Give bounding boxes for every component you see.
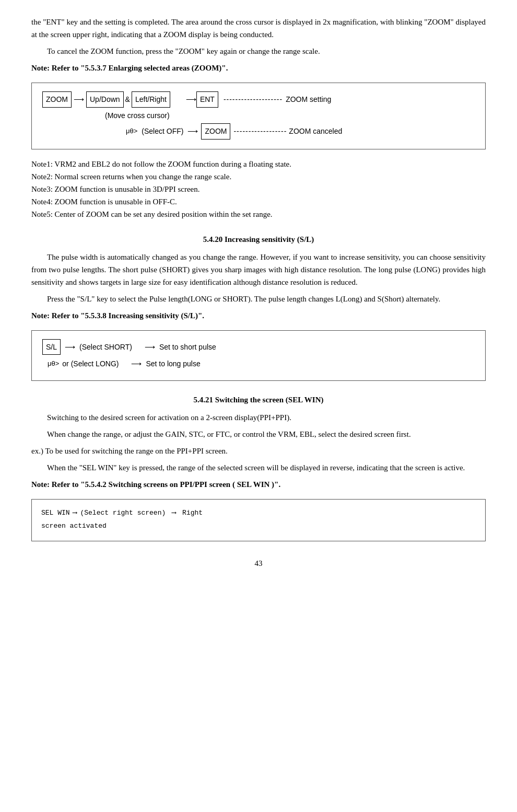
- sl-label-2: or (Select LONG): [62, 357, 119, 371]
- zoom-dashes-1: --------------------: [224, 92, 283, 107]
- arrow-1: ⟶: [74, 92, 84, 107]
- sl-arrow-2: ⟶: [145, 340, 155, 354]
- ent-key: ENT: [196, 91, 218, 108]
- section-5421-heading: 5.4.21 Switching the screen (SEL WIN): [31, 393, 486, 406]
- intro-paragraph-1: the "ENT" key and the setting is complet…: [31, 16, 486, 41]
- section-5420-note: Note: Refer to "5.5.3.8 Increasing sensi…: [31, 309, 486, 322]
- sl-mu-theta: μθ>: [48, 357, 59, 370]
- zoom-sub2: (Select OFF): [142, 124, 183, 138]
- zoom-note-2: Note2: Normal screen returns when you ch…: [31, 170, 486, 183]
- section-5420: 5.4.20 Increasing sensitivity (S/L) The …: [31, 233, 486, 381]
- sl-diagram: S/L ⟶ (Select SHORT) ⟶ Set to short puls…: [31, 330, 486, 381]
- arrow-2: ⟶: [186, 92, 196, 107]
- sl-desc-2: Set to long pulse: [146, 357, 200, 371]
- zoom-note-3: Note3: ZOOM function is unusable in 3D/P…: [31, 183, 486, 195]
- section-5421-para2: When change the range, or adjust the GAI…: [31, 428, 486, 440]
- arrow-3: ⟶: [187, 124, 198, 138]
- zoom-note-4: Note4: ZOOM function is unusable in OFF-…: [31, 195, 486, 208]
- zoom-key: ZOOM: [42, 91, 72, 108]
- selwin-arrow-2: ⟶: [172, 507, 176, 519]
- selwin-desc-1: Right: [182, 507, 203, 519]
- zoom-key-3: ZOOM: [201, 123, 230, 140]
- selwin-arrow-1: ⟶: [73, 507, 77, 519]
- zoom-desc-2: ZOOM canceled: [289, 124, 342, 138]
- intro-paragraph-2: To cancel the ZOOM function, press the "…: [31, 45, 486, 57]
- section-5421-para3: ex.) To be used for switching the range …: [31, 445, 486, 457]
- sl-key: S/L: [42, 339, 61, 355]
- zoom-notes: Note1: VRM2 and EBL2 do not follow the Z…: [31, 158, 486, 221]
- intro-note: Note: Refer to "5.5.3.7 Enlarging select…: [31, 62, 486, 74]
- updown-key: Up/Down: [86, 91, 124, 108]
- zoom-diagram: ZOOM ⟶ Up/Down & Left/Right ⟶ ENT ------…: [31, 83, 486, 149]
- mu-theta-zoom: μθ>: [126, 125, 137, 138]
- section-5421-note: Note: Refer to "5.5.4.2 Switching screen…: [31, 478, 486, 491]
- zoom-dashes-2: ------------------: [233, 124, 287, 138]
- zoom-note-1: Note1: VRM2 and EBL2 do not follow the Z…: [31, 158, 486, 170]
- sl-arrow-1: ⟶: [65, 340, 75, 354]
- selwin-diagram: SEL WIN ⟶ (Select right screen) ⟶ Right …: [31, 499, 486, 541]
- page-number: 43: [31, 557, 486, 570]
- sl-arrow-3: ⟶: [131, 357, 142, 371]
- section-5421-para1: Switching to the desired screen for acti…: [31, 411, 486, 424]
- section-5420-para2: Press the "S/L" key to select the Pulse …: [31, 293, 486, 305]
- zoom-sub1: (Move cross cursor): [105, 109, 170, 123]
- zoom-desc-1: ZOOM setting: [286, 92, 331, 107]
- selwin-label-1: (Select right screen): [80, 507, 166, 519]
- selwin-key: SEL WIN: [41, 507, 70, 519]
- section-5421-para4: When the "SEL WIN" key is pressed, the r…: [31, 461, 486, 474]
- sl-label-1: (Select SHORT): [79, 340, 132, 354]
- section-5420-para1: The pulse width is automatically changed…: [31, 251, 486, 288]
- sl-desc-1: Set to short pulse: [159, 340, 216, 354]
- section-5420-heading: 5.4.20 Increasing sensitivity (S/L): [31, 233, 486, 246]
- ampersand: &: [125, 92, 130, 107]
- selwin-desc-2: screen activated: [41, 520, 107, 532]
- section-5421: 5.4.21 Switching the screen (SEL WIN) Sw…: [31, 393, 486, 541]
- zoom-note-5: Note5: Center of ZOOM can be set any des…: [31, 208, 486, 221]
- leftright-key: Left/Right: [132, 91, 170, 108]
